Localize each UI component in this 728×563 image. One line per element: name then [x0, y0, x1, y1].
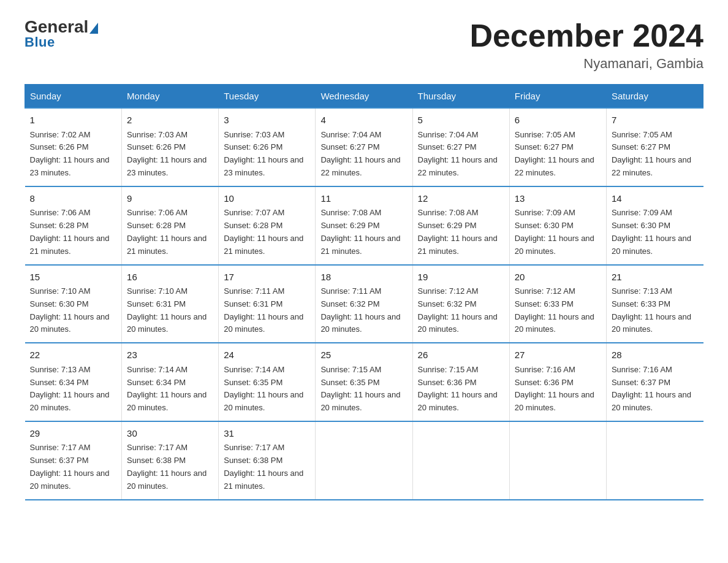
- day-number: 8: [30, 192, 117, 206]
- day-number: 27: [515, 348, 601, 362]
- day-info: Sunrise: 7:03 AMSunset: 6:26 PMDaylight:…: [127, 130, 207, 177]
- day-number: 31: [224, 427, 310, 441]
- day-info: Sunrise: 7:11 AMSunset: 6:31 PMDaylight:…: [224, 286, 303, 334]
- day-number: 6: [515, 113, 601, 128]
- day-info: Sunrise: 7:10 AMSunset: 6:31 PMDaylight:…: [127, 286, 207, 334]
- day-info: Sunrise: 7:07 AMSunset: 6:28 PMDaylight:…: [224, 208, 303, 255]
- logo-blue: Blue: [25, 34, 55, 50]
- calendar-cell: 2 Sunrise: 7:03 AMSunset: 6:26 PMDayligh…: [122, 108, 219, 186]
- day-number: 16: [127, 270, 213, 285]
- day-number: 28: [612, 348, 699, 362]
- calendar-cell: 27 Sunrise: 7:16 AMSunset: 6:36 PMDaylig…: [509, 343, 606, 421]
- calendar-cell: 25 Sunrise: 7:15 AMSunset: 6:35 PMDaylig…: [316, 343, 412, 421]
- day-number: 23: [127, 348, 213, 362]
- weekday-header-tuesday: Tuesday: [219, 85, 316, 109]
- day-info: Sunrise: 7:09 AMSunset: 6:30 PMDaylight:…: [612, 208, 691, 255]
- weekday-header-saturday: Saturday: [606, 85, 703, 109]
- day-number: 18: [320, 270, 407, 285]
- day-number: 30: [127, 427, 213, 441]
- calendar-cell: 29 Sunrise: 7:17 AMSunset: 6:37 PMDaylig…: [25, 421, 122, 500]
- week-row-5: 29 Sunrise: 7:17 AMSunset: 6:37 PMDaylig…: [25, 421, 703, 500]
- weekday-header-sunday: Sunday: [25, 85, 122, 109]
- calendar-cell: 10 Sunrise: 7:07 AMSunset: 6:28 PMDaylig…: [219, 186, 316, 265]
- calendar-cell: 24 Sunrise: 7:14 AMSunset: 6:35 PMDaylig…: [219, 343, 316, 421]
- calendar-cell: 20 Sunrise: 7:12 AMSunset: 6:33 PMDaylig…: [509, 265, 606, 343]
- day-number: 26: [418, 348, 504, 362]
- day-number: 7: [612, 113, 699, 128]
- calendar-cell: 9 Sunrise: 7:06 AMSunset: 6:28 PMDayligh…: [122, 186, 219, 265]
- calendar-cell: 18 Sunrise: 7:11 AMSunset: 6:32 PMDaylig…: [316, 265, 412, 343]
- day-info: Sunrise: 7:06 AMSunset: 6:28 PMDaylight:…: [30, 208, 110, 255]
- day-info: Sunrise: 7:13 AMSunset: 6:33 PMDaylight:…: [612, 286, 691, 334]
- calendar-header: SundayMondayTuesdayWednesdayThursdayFrid…: [25, 85, 703, 109]
- calendar-cell: 15 Sunrise: 7:10 AMSunset: 6:30 PMDaylig…: [25, 265, 122, 343]
- day-info: Sunrise: 7:17 AMSunset: 6:38 PMDaylight:…: [127, 443, 207, 490]
- calendar-cell: [606, 421, 703, 500]
- calendar-cell: 11 Sunrise: 7:08 AMSunset: 6:29 PMDaylig…: [316, 186, 412, 265]
- logo: General Blue: [25, 18, 98, 50]
- page-header: General Blue December 2024 Nyamanari, Ga…: [25, 18, 703, 72]
- calendar-cell: 17 Sunrise: 7:11 AMSunset: 6:31 PMDaylig…: [219, 265, 316, 343]
- calendar-cell: 22 Sunrise: 7:13 AMSunset: 6:34 PMDaylig…: [25, 343, 122, 421]
- day-number: 19: [418, 270, 504, 285]
- week-row-4: 22 Sunrise: 7:13 AMSunset: 6:34 PMDaylig…: [25, 343, 703, 421]
- day-info: Sunrise: 7:17 AMSunset: 6:37 PMDaylight:…: [30, 443, 110, 490]
- calendar-cell: 28 Sunrise: 7:16 AMSunset: 6:37 PMDaylig…: [606, 343, 703, 421]
- day-number: 25: [320, 348, 407, 362]
- day-info: Sunrise: 7:11 AMSunset: 6:32 PMDaylight:…: [320, 286, 400, 334]
- day-number: 13: [515, 192, 601, 206]
- day-number: 20: [515, 270, 601, 285]
- calendar-cell: 4 Sunrise: 7:04 AMSunset: 6:27 PMDayligh…: [316, 108, 412, 186]
- day-number: 9: [127, 192, 213, 206]
- day-number: 22: [30, 348, 117, 362]
- calendar-cell: [412, 421, 509, 500]
- title-block: December 2024 Nyamanari, Gambia: [469, 18, 703, 72]
- day-info: Sunrise: 7:16 AMSunset: 6:37 PMDaylight:…: [612, 365, 691, 412]
- day-info: Sunrise: 7:06 AMSunset: 6:28 PMDaylight:…: [127, 208, 207, 255]
- calendar-cell: [316, 421, 412, 500]
- calendar-cell: 12 Sunrise: 7:08 AMSunset: 6:29 PMDaylig…: [412, 186, 509, 265]
- day-info: Sunrise: 7:08 AMSunset: 6:29 PMDaylight:…: [320, 208, 400, 255]
- day-info: Sunrise: 7:08 AMSunset: 6:29 PMDaylight:…: [418, 208, 498, 255]
- logo-general: General: [25, 18, 98, 36]
- calendar-cell: 8 Sunrise: 7:06 AMSunset: 6:28 PMDayligh…: [25, 186, 122, 265]
- calendar-cell: 23 Sunrise: 7:14 AMSunset: 6:34 PMDaylig…: [122, 343, 219, 421]
- day-number: 29: [30, 427, 117, 441]
- day-info: Sunrise: 7:12 AMSunset: 6:33 PMDaylight:…: [515, 286, 594, 334]
- calendar-table: SundayMondayTuesdayWednesdayThursdayFrid…: [25, 84, 703, 500]
- day-number: 1: [30, 113, 117, 128]
- day-number: 2: [127, 113, 213, 128]
- day-number: 14: [612, 192, 699, 206]
- weekday-header-wednesday: Wednesday: [316, 85, 412, 109]
- calendar-body: 1 Sunrise: 7:02 AMSunset: 6:26 PMDayligh…: [25, 108, 703, 499]
- weekday-header-thursday: Thursday: [412, 85, 509, 109]
- day-info: Sunrise: 7:04 AMSunset: 6:27 PMDaylight:…: [418, 130, 498, 177]
- calendar-cell: 3 Sunrise: 7:03 AMSunset: 6:26 PMDayligh…: [219, 108, 316, 186]
- day-info: Sunrise: 7:05 AMSunset: 6:27 PMDaylight:…: [612, 130, 691, 177]
- day-info: Sunrise: 7:05 AMSunset: 6:27 PMDaylight:…: [515, 130, 594, 177]
- calendar-cell: 1 Sunrise: 7:02 AMSunset: 6:26 PMDayligh…: [25, 108, 122, 186]
- day-info: Sunrise: 7:03 AMSunset: 6:26 PMDaylight:…: [224, 130, 303, 177]
- day-number: 3: [224, 113, 310, 128]
- calendar-cell: 6 Sunrise: 7:05 AMSunset: 6:27 PMDayligh…: [509, 108, 606, 186]
- day-info: Sunrise: 7:02 AMSunset: 6:26 PMDaylight:…: [30, 130, 110, 177]
- week-row-2: 8 Sunrise: 7:06 AMSunset: 6:28 PMDayligh…: [25, 186, 703, 265]
- weekday-header-monday: Monday: [122, 85, 219, 109]
- calendar-cell: 14 Sunrise: 7:09 AMSunset: 6:30 PMDaylig…: [606, 186, 703, 265]
- calendar-cell: [509, 421, 606, 500]
- day-number: 17: [224, 270, 310, 285]
- week-row-1: 1 Sunrise: 7:02 AMSunset: 6:26 PMDayligh…: [25, 108, 703, 186]
- day-info: Sunrise: 7:13 AMSunset: 6:34 PMDaylight:…: [30, 365, 110, 412]
- day-number: 4: [320, 113, 407, 128]
- day-info: Sunrise: 7:10 AMSunset: 6:30 PMDaylight:…: [30, 286, 110, 334]
- calendar-cell: 19 Sunrise: 7:12 AMSunset: 6:32 PMDaylig…: [412, 265, 509, 343]
- calendar-cell: 30 Sunrise: 7:17 AMSunset: 6:38 PMDaylig…: [122, 421, 219, 500]
- calendar-cell: 5 Sunrise: 7:04 AMSunset: 6:27 PMDayligh…: [412, 108, 509, 186]
- weekday-row: SundayMondayTuesdayWednesdayThursdayFrid…: [25, 85, 703, 109]
- day-info: Sunrise: 7:15 AMSunset: 6:36 PMDaylight:…: [418, 365, 498, 412]
- weekday-header-friday: Friday: [509, 85, 606, 109]
- day-number: 10: [224, 192, 310, 206]
- day-info: Sunrise: 7:14 AMSunset: 6:34 PMDaylight:…: [127, 365, 207, 412]
- week-row-3: 15 Sunrise: 7:10 AMSunset: 6:30 PMDaylig…: [25, 265, 703, 343]
- day-number: 21: [612, 270, 699, 285]
